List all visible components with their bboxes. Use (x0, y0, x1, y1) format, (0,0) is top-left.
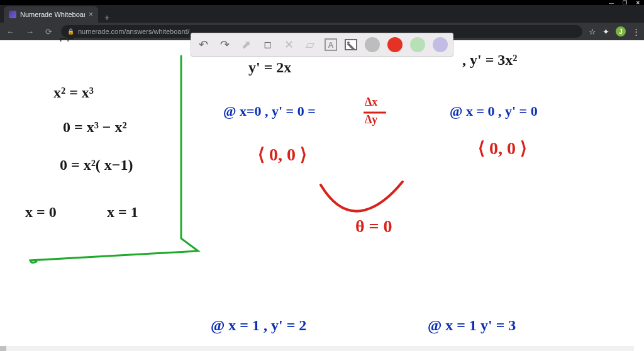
eraser-tool-icon[interactable]: ◇ (257, 35, 277, 54)
horizontal-scrollbar[interactable] (0, 346, 634, 351)
whiteboard-canvas[interactable]: ⌐⌐ x² = x³ 0 = x³ − x² 0 = x²( x−1) x = … (0, 40, 644, 346)
tools-icon[interactable]: ✕ (282, 38, 296, 52)
browser-tab[interactable]: Numerade Whiteboard × (4, 6, 98, 23)
eq-right-at: @ x = 0 , y' = 0 (450, 103, 538, 120)
eq-left-1: x² = x³ (53, 84, 94, 101)
eq-right-deriv: , y' = 3x² (462, 52, 518, 69)
eq-mid-deriv: y' = 2x (248, 59, 291, 76)
url-text: numerade.com/answers/whiteboard/ (78, 28, 189, 35)
browser-menu-icon[interactable]: ⋮ (632, 27, 640, 36)
eq-mid-frac-bot: Δy (365, 113, 377, 126)
scribble-text: ⌐⌐ (60, 31, 74, 46)
eq-bottom-left: @ x = 1 , y' = 2 (211, 317, 306, 334)
eq-right-vec: ⟨ 0, 0 ⟩ (478, 138, 527, 159)
window-close-icon[interactable]: ✕ (636, 0, 640, 6)
whiteboard-toolbar: ↶ ↷ ⬈ ◇ ✕ ▱ A (191, 33, 453, 57)
tab-strip: Numerade Whiteboard × + (0, 5, 644, 23)
image-tool-icon[interactable] (345, 39, 357, 50)
undo-button[interactable]: ↶ (196, 38, 210, 52)
bookmark-star-icon[interactable]: ☆ (589, 27, 596, 36)
eq-left-2: 0 = x³ − x² (63, 119, 127, 136)
color-purple-swatch[interactable] (433, 37, 448, 52)
toolbar-right: ☆ ✦ J ⋮ (589, 26, 640, 36)
maximize-icon[interactable]: ❐ (623, 0, 627, 6)
pointer-tool-icon[interactable]: ⬈ (239, 38, 253, 52)
tab-close-icon[interactable]: × (89, 10, 93, 19)
color-gray-swatch[interactable] (365, 37, 380, 52)
drawn-strokes (0, 40, 644, 351)
eq-mid-vec: ⟨ 0, 0 ⟩ (258, 144, 307, 165)
minimize-icon[interactable]: — (609, 0, 614, 6)
text-tool-icon[interactable]: A (325, 38, 337, 51)
tab-title: Numerade Whiteboard (20, 11, 85, 18)
new-tab-button[interactable]: + (98, 13, 116, 23)
color-red-swatch[interactable] (387, 37, 402, 52)
eq-mid-at: @ x=0 , y' = 0 = (223, 103, 316, 120)
eq-left-4b: x = 1 (107, 204, 138, 221)
reload-button[interactable]: ⟳ (43, 27, 55, 36)
extensions-icon[interactable]: ✦ (602, 27, 609, 36)
back-button[interactable]: ← (4, 27, 17, 36)
redo-button[interactable]: ↷ (218, 38, 231, 52)
eq-left-3: 0 = x²( x−1) (60, 157, 133, 174)
forward-button[interactable]: → (23, 27, 36, 36)
color-green-swatch[interactable] (410, 37, 425, 52)
eq-bottom-right: @ x = 1 y' = 3 (428, 317, 516, 334)
favicon-icon (9, 11, 16, 18)
profile-avatar[interactable]: J (616, 26, 626, 36)
clear-icon[interactable]: ▱ (303, 38, 317, 52)
eq-mid-frac-top: Δx (365, 96, 377, 109)
window-titlebar: — ❐ ✕ (0, 0, 644, 5)
scrollbar-thumb[interactable] (0, 346, 6, 351)
eq-left-4a: x = 0 (25, 204, 57, 221)
eq-mid-theta: θ = 0 (355, 216, 392, 237)
